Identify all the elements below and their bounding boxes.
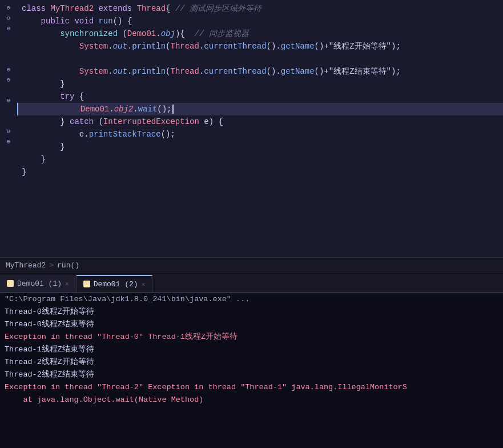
gutter-icon-4 — [5, 43, 13, 54]
code-line-2: public void run() { — [17, 15, 503, 27]
code-line-3: synchronized (Demo01.obj){ // 同步监视器 — [17, 27, 503, 40]
code-line-7: } — [17, 78, 503, 90]
gutter-icon-9: ⊖ — [5, 95, 13, 105]
gutter-icon-1: ⊖ — [5, 13, 13, 23]
gutter-icon-5 — [5, 54, 13, 64]
terminal-area: "C:\Program Files\Java\jdk1.8.0_241\bin\… — [0, 293, 503, 448]
gutter-icon-11 — [5, 115, 13, 126]
tab-bar: Demo01 (1) ✕ Demo01 (2) ✕ — [0, 273, 503, 293]
gutter-icon-3 — [5, 33, 13, 43]
code-line-13: } — [17, 153, 503, 166]
tab-label-2: Demo01 (2) — [94, 280, 138, 289]
terminal-line-4: Thread-1线程Z结束等待 — [0, 343, 503, 356]
tab-label-1: Demo01 (1) — [17, 279, 62, 288]
code-line-9: Demo01.obj2.wait(); — [17, 103, 503, 115]
breadcrumb-separator: > — [49, 261, 54, 270]
breadcrumb: MyThread2 > run() — [0, 257, 503, 273]
gutter-icon-2: ⊖ — [5, 23, 13, 33]
gutter-icon-13: ⊖ — [5, 136, 13, 146]
terminal-line-6: Thread-2线程Z结束等待 — [0, 369, 503, 381]
code-line-8: try { — [17, 90, 503, 103]
code-line-4: System.out.println(Thread.currentThread(… — [17, 40, 503, 53]
code-lines: class MyThread2 extends Thread{ // 测试同步区… — [17, 0, 503, 257]
terminal-line-2: Thread-0线程Z结束等待 — [0, 318, 503, 331]
terminal-line-7: Exception in thread "Thread-2" Exception… — [0, 381, 503, 394]
gutter-icon-10 — [5, 105, 13, 115]
gutter-icon-8 — [5, 85, 13, 95]
code-line-12: } — [17, 141, 503, 153]
terminal-line-3: Exception in thread "Thread-0" Thread-1线… — [0, 331, 503, 343]
code-line-6: System.out.println(Thread.currentThread(… — [17, 65, 503, 78]
editor-area: ⊖ ⊖ ⊖ ⊖ ⊖ ⊖ ⊖ ⊖ class MyThread2 extends … — [0, 0, 503, 257]
java-file-icon-1 — [7, 280, 14, 287]
gutter: ⊖ ⊖ ⊖ ⊖ ⊖ ⊖ ⊖ ⊖ — [0, 0, 17, 257]
java-file-icon-2 — [83, 281, 90, 287]
gutter-icon-6: ⊖ — [5, 64, 13, 74]
terminal-line-8: at java.lang.Object.wait(Native Method) — [0, 394, 503, 406]
code-line-14: } — [17, 166, 503, 178]
terminal-line-5: Thread-2线程Z开始等待 — [0, 356, 503, 369]
gutter-icon-7: ⊖ — [5, 74, 13, 85]
gutter-icon-12: ⊖ — [5, 126, 13, 136]
terminal-line-0: "C:\Program Files\Java\jdk1.8.0_241\bin\… — [0, 293, 503, 306]
tab-close-1[interactable]: ✕ — [65, 280, 69, 287]
code-line-5 — [17, 53, 503, 65]
tab-close-2[interactable]: ✕ — [142, 281, 146, 288]
code-line-10: } catch (InterruptedException e) { — [17, 115, 503, 128]
breadcrumb-method: run() — [57, 261, 79, 270]
gutter-icon-0: ⊖ — [5, 2, 13, 13]
code-line-1: class MyThread2 extends Thread{ // 测试同步区… — [17, 2, 503, 15]
terminal-line-1: Thread-0线程Z开始等待 — [0, 306, 503, 318]
breadcrumb-class: MyThread2 — [6, 261, 46, 270]
tab-demo01-2[interactable]: Demo01 (2) ✕ — [77, 275, 153, 292]
code-line-11: e.printStackTrace(); — [17, 128, 503, 141]
tab-demo01-1[interactable]: Demo01 (1) ✕ — [0, 275, 77, 292]
